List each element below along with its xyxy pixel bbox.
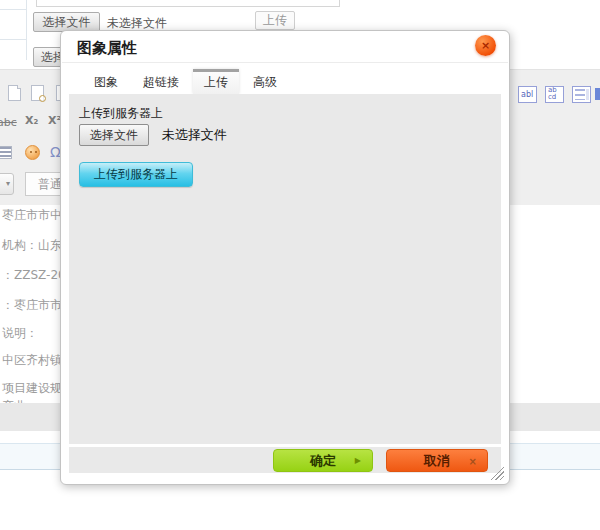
toolbar-dropdown-partial[interactable]: ▾ <box>0 173 14 195</box>
textfield-icon[interactable]: abl <box>518 86 537 103</box>
magnifier-icon <box>39 95 46 102</box>
tab-image[interactable]: 图象 <box>83 69 129 94</box>
doc-text-line: ：枣庄市市 <box>2 297 62 314</box>
clipped-toolbar-icon <box>595 88 600 100</box>
textarea-icon-line: cd <box>546 94 563 101</box>
top-input-remnant <box>36 0 340 7</box>
table-row-border <box>0 9 27 10</box>
smiley-eyes <box>30 151 32 153</box>
listbox-lines <box>575 89 585 100</box>
upload-section-label: 上传到服务器上 <box>79 105 163 122</box>
doc-text-line: 中区齐村镇 <box>2 352 62 369</box>
close-icon[interactable]: × <box>475 35 496 56</box>
listbox-icon[interactable] <box>572 86 591 103</box>
doc-text-line: 说明： <box>2 325 38 342</box>
upload-panel: 上传到服务器上 选择文件 未选择文件 上传到服务器上 <box>69 94 501 444</box>
preview-icon[interactable] <box>31 85 44 101</box>
doc-text-line: 项目建设规 <box>2 380 62 397</box>
dialog-tabbar: 图象 超链接 上传 高级 <box>83 69 291 94</box>
ok-arrow-icon: ▶ <box>355 450 361 472</box>
emoticon-icon[interactable] <box>25 145 40 160</box>
ok-button[interactable]: 确定 ▶ <box>273 449 373 472</box>
paragraph-list-icon[interactable] <box>0 146 12 159</box>
tab-advanced[interactable]: 高级 <box>242 69 288 94</box>
dialog-footer: 确定 ▶ 取消 × <box>69 447 501 473</box>
table-row-border <box>0 39 27 40</box>
header-separator <box>62 62 508 63</box>
strikethrough-icon[interactable]: abc <box>0 116 17 129</box>
dialog-title: 图象属性 <box>77 39 137 58</box>
upload-button-top[interactable]: 上传 <box>255 11 295 30</box>
listbox-scrollbar <box>586 89 589 100</box>
subscript-icon[interactable]: X₂ <box>25 114 38 127</box>
textfield-icon-label: abl <box>519 87 536 102</box>
doc-text-line: 枣庄市市中 <box>2 207 62 224</box>
textarea-icon[interactable]: ab cd <box>545 86 564 103</box>
image-properties-dialog: 图象属性 × 图象 超链接 上传 高级 上传到服务器上 选择文件 未选择文件 上… <box>60 30 510 485</box>
ok-button-label: 确定 <box>310 453 336 468</box>
doc-text-line: 机构：山东 <box>2 237 62 254</box>
no-file-selected-text: 未选择文件 <box>162 127 227 142</box>
new-page-icon[interactable] <box>8 85 21 101</box>
cancel-button[interactable]: 取消 × <box>386 449 488 472</box>
upload-to-server-button[interactable]: 上传到服务器上 <box>79 162 193 187</box>
file-input-row: 选择文件 未选择文件 <box>79 124 227 148</box>
choose-file-button-top[interactable]: 选择文件 <box>33 12 100 32</box>
page-corner-fold <box>17 85 21 89</box>
choose-file-button[interactable]: 选择文件 <box>79 124 149 146</box>
cancel-x-icon: × <box>469 451 477 473</box>
cancel-button-label: 取消 <box>424 453 450 468</box>
tab-hyperlink[interactable]: 超链接 <box>132 69 190 94</box>
tab-upload[interactable]: 上传 <box>193 69 239 94</box>
